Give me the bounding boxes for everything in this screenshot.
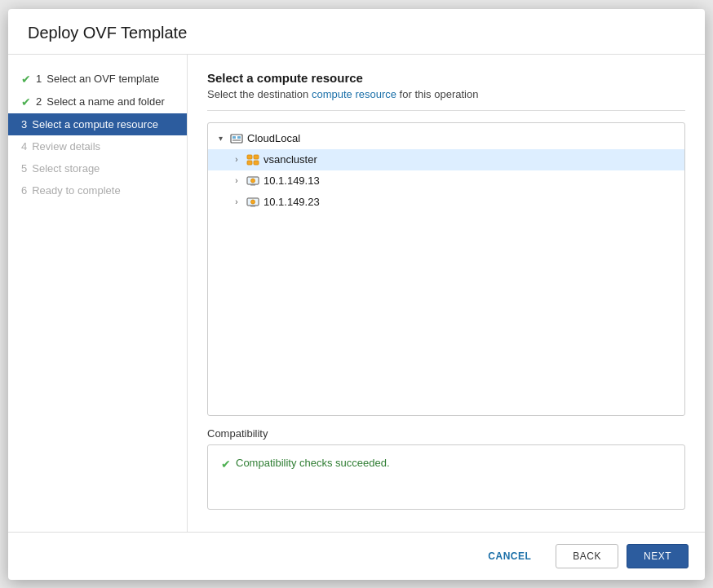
dialog-title: Deploy OVF Template [28,24,685,42]
compat-message: Compatibility checks succeeded. [236,457,390,469]
svg-rect-3 [232,139,241,141]
tree-label-host1: 10.1.149.13 [264,175,320,187]
tree-label-cloudlocal: CloudLocal [247,132,300,144]
sidebar-item-step4: 4 Review details [8,135,187,157]
section-title: Select a compute resource [207,71,685,85]
compat-check-icon: ✔ [221,458,231,471]
svg-rect-6 [247,161,252,165]
cancel-button[interactable]: CANCEL [472,545,547,568]
sidebar: ✔ 1 Select an OVF template ✔ 2 Select a … [8,55,188,532]
sidebar-item-text-step6: Ready to complete [32,184,120,197]
dialog-header: Deploy OVF Template [8,9,705,55]
expand-icon-cloudlocal: ▾ [215,133,226,144]
sidebar-item-step2[interactable]: ✔ 2 Select a name and folder [8,91,187,113]
svg-rect-1 [232,136,236,139]
host-icon-1 [246,174,260,188]
svg-point-14 [251,200,255,204]
svg-rect-11 [250,184,255,186]
tree-label-vsancluster: vsancluster [264,153,317,166]
sidebar-item-text-step1: Select an OVF template [46,73,159,85]
svg-rect-15 [250,206,255,207]
dialog-footer: CANCEL BACK NEXT [8,532,705,580]
expand-icon-vsancluster: › [231,154,242,166]
sidebar-item-text-step4: Review details [32,140,100,153]
sidebar-item-label-step1: 1 [36,73,42,85]
tree-item-vsancluster[interactable]: › vsancluster [208,149,684,170]
svg-rect-7 [254,161,259,165]
dialog-body: ✔ 1 Select an OVF template ✔ 2 Select a … [8,55,705,532]
sidebar-item-text-step3: Select a compute resource [32,118,158,130]
section-subtitle-text: Select the destination compute resource … [207,88,478,100]
sidebar-item-label-step5: 5 [21,162,27,175]
compatibility-section: Compatibility ✔ Compatibility checks suc… [207,427,685,510]
sidebar-item-label-step4: 4 [21,140,27,153]
sidebar-item-text-step5: Select storage [32,162,100,175]
main-content: Select a compute resource Select the des… [188,55,705,532]
compatibility-label: Compatibility [207,427,685,440]
sidebar-item-label-step3: 3 [21,118,27,130]
sidebar-item-label-step6: 6 [21,184,27,197]
section-subtitle: Select the destination compute resource … [207,88,685,111]
tree-item-host1[interactable]: › 10.1.149.13 [208,170,684,192]
sidebar-item-step5: 5 Select storage [8,157,187,179]
check-icon-step1: ✔ [21,73,31,86]
tree-container[interactable]: ▾ CloudLocal › [207,122,685,416]
tree-item-cloudlocal[interactable]: ▾ CloudLocal [208,128,684,149]
tree-label-host2: 10.1.149.23 [264,196,320,208]
svg-rect-0 [231,135,242,143]
datacenter-icon [229,131,244,146]
deploy-ovf-dialog: Deploy OVF Template ✔ 1 Select an OVF te… [8,9,705,580]
svg-rect-4 [247,155,252,159]
sidebar-item-text-step2: Select a name and folder [46,95,165,108]
svg-rect-2 [237,136,241,139]
sidebar-item-step3[interactable]: 3 Select a compute resource [8,113,187,135]
host-icon-2 [246,195,260,210]
sidebar-item-step6: 6 Ready to complete [8,179,187,201]
expand-icon-host1: › [231,175,242,187]
back-button[interactable]: BACK [556,544,618,568]
expand-icon-host2: › [231,197,242,208]
compatibility-box: ✔ Compatibility checks succeeded. [207,444,685,510]
svg-point-10 [251,179,255,183]
sidebar-item-step1[interactable]: ✔ 1 Select an OVF template [8,68,187,91]
cluster-icon [246,153,260,167]
next-button[interactable]: NEXT [627,544,689,568]
sidebar-item-label-step2: 2 [36,95,42,108]
check-icon-step2: ✔ [21,95,31,108]
svg-rect-5 [254,155,259,159]
tree-item-host2[interactable]: › 10.1.149.23 [208,192,684,213]
